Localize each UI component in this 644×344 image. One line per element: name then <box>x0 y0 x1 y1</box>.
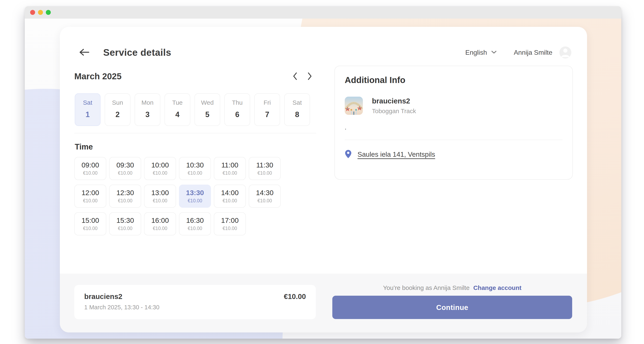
day-cell-8[interactable]: Sat 8 <box>284 93 310 126</box>
time-slot-1500[interactable]: 15:00 €10.00 <box>74 212 106 236</box>
slot-time: 11:00 <box>221 161 238 169</box>
time-slot-grid: 09:00 €10.00 09:30 €10.00 10:00 €10.00 1… <box>74 157 282 236</box>
card-header: Service details English Annija Smilte <box>78 40 571 65</box>
slot-time: 12:30 <box>116 189 134 197</box>
booking-footer: brauciens2 €10.00 1 March 2025, 13:30 - … <box>60 274 587 332</box>
prev-month-button[interactable] <box>292 72 298 81</box>
day-cell-5[interactable]: Wed 5 <box>194 93 220 126</box>
slot-price: €10.00 <box>188 226 202 231</box>
browser-window: Service details English Annija Smilte <box>25 6 621 339</box>
time-section-label: Time <box>75 142 93 151</box>
avatar[interactable] <box>559 46 571 58</box>
summary-datetime: 1 March 2025, 13:30 - 14:30 <box>84 304 306 311</box>
day-weekday: Tue <box>172 99 183 106</box>
slot-price: €10.00 <box>153 226 167 231</box>
back-button[interactable] <box>78 47 90 58</box>
day-cell-4[interactable]: Tue 4 <box>164 93 190 126</box>
page-background: Service details English Annija Smilte <box>0 0 644 344</box>
time-slot-1000[interactable]: 10:00 €10.00 <box>144 157 176 180</box>
slot-time: 14:00 <box>221 189 238 197</box>
language-value: English <box>465 49 487 56</box>
time-slot-1030[interactable]: 10:30 €10.00 <box>179 157 211 180</box>
location-row[interactable]: Saules iela 141, Ventspils <box>345 150 562 160</box>
time-slot-1200[interactable]: 12:00 €10.00 <box>74 184 106 208</box>
day-weekday: Fri <box>264 99 271 106</box>
slot-time: 13:30 <box>186 189 204 197</box>
next-month-button[interactable] <box>307 72 312 81</box>
service-description: . <box>345 124 562 130</box>
window-content: Service details English Annija Smilte <box>25 18 621 339</box>
time-slot-0900[interactable]: 09:00 €10.00 <box>74 157 106 180</box>
minimize-window-button[interactable] <box>38 10 43 15</box>
slot-time: 15:30 <box>116 216 134 224</box>
info-divider <box>345 140 562 140</box>
slot-price: €10.00 <box>258 198 272 204</box>
service-thumbnail <box>345 97 363 115</box>
slot-price: €10.00 <box>83 226 98 231</box>
page-title: Service details <box>103 47 171 58</box>
slot-time: 10:30 <box>186 161 204 169</box>
chevron-right-icon <box>307 72 312 81</box>
day-number: 1 <box>86 110 90 119</box>
month-label: March 2025 <box>74 72 122 81</box>
time-slot-1700[interactable]: 17:00 €10.00 <box>214 212 246 236</box>
main-card: Service details English Annija Smilte <box>60 27 587 332</box>
day-number: 6 <box>235 110 239 119</box>
slot-time: 14:30 <box>256 189 274 197</box>
time-slot-1230[interactable]: 12:30 €10.00 <box>109 184 141 208</box>
slot-price: €10.00 <box>83 170 98 176</box>
day-number: 2 <box>116 110 120 119</box>
time-slot-1530[interactable]: 15:30 €10.00 <box>109 212 141 236</box>
day-number: 5 <box>205 110 209 119</box>
language-selector[interactable]: English <box>465 49 497 56</box>
day-weekday: Sat <box>292 99 302 106</box>
slot-time: 09:30 <box>116 161 134 169</box>
booking-as-text: You’re booking as Annija Smilte <box>383 284 470 291</box>
slot-price: €10.00 <box>118 170 132 176</box>
slot-price: €10.00 <box>83 198 98 204</box>
day-cell-2[interactable]: Sun 2 <box>105 93 130 126</box>
location-link[interactable]: Saules iela 141, Ventspils <box>358 150 435 158</box>
day-number: 4 <box>175 110 179 119</box>
slot-time: 13:00 <box>151 189 169 197</box>
time-slot-0930[interactable]: 09:30 €10.00 <box>109 157 141 180</box>
day-cell-1[interactable]: Sat 1 <box>75 93 100 126</box>
time-slot-1100[interactable]: 11:00 €10.00 <box>214 157 246 180</box>
calendar-divider <box>74 133 316 134</box>
slot-price: €10.00 <box>188 170 202 176</box>
slot-time: 16:30 <box>186 216 204 224</box>
booking-as-line: You’re booking as Annija Smilte Change a… <box>332 284 572 291</box>
slot-price: €10.00 <box>222 170 237 176</box>
time-slot-1130[interactable]: 11:30 €10.00 <box>249 157 281 180</box>
day-number: 3 <box>145 110 150 119</box>
time-slot-1330[interactable]: 13:30 €10.00 <box>179 184 211 208</box>
user-name: Annija Smilte <box>514 49 552 56</box>
continue-button[interactable]: Continue <box>332 296 572 319</box>
time-slot-1430[interactable]: 14:30 €10.00 <box>249 184 281 208</box>
time-slot-1400[interactable]: 14:00 €10.00 <box>214 184 246 208</box>
additional-info-panel: Additional Info <box>334 66 573 180</box>
day-row: Sat 1 Sun 2 Mon 3 Tue 4 Wed 5 Thu 6 Fri … <box>75 93 310 126</box>
service-row: brauciens2 Toboggan Track <box>345 97 562 115</box>
slot-time: 11:30 <box>256 161 273 169</box>
service-category: Toboggan Track <box>372 108 416 114</box>
time-slot-1300[interactable]: 13:00 €10.00 <box>144 184 176 208</box>
close-window-button[interactable] <box>30 10 35 15</box>
zoom-window-button[interactable] <box>46 10 51 15</box>
chevron-left-icon <box>292 72 298 81</box>
booking-summary-card: brauciens2 €10.00 1 March 2025, 13:30 - … <box>74 285 316 319</box>
additional-info-title: Additional Info <box>345 75 562 85</box>
slot-price: €10.00 <box>153 170 167 176</box>
day-cell-6[interactable]: Thu 6 <box>224 93 250 126</box>
day-weekday: Sat <box>83 99 92 106</box>
change-account-link[interactable]: Change account <box>473 284 522 291</box>
day-cell-3[interactable]: Mon 3 <box>134 93 160 126</box>
slot-time: 16:00 <box>151 216 169 224</box>
time-slot-1600[interactable]: 16:00 €10.00 <box>144 212 176 236</box>
person-icon <box>559 46 571 58</box>
day-weekday: Sun <box>112 99 123 106</box>
summary-service-name: brauciens2 <box>84 292 122 301</box>
time-slot-1630[interactable]: 16:30 €10.00 <box>179 212 211 236</box>
day-weekday: Mon <box>142 99 153 106</box>
day-cell-7[interactable]: Fri 7 <box>254 93 280 126</box>
